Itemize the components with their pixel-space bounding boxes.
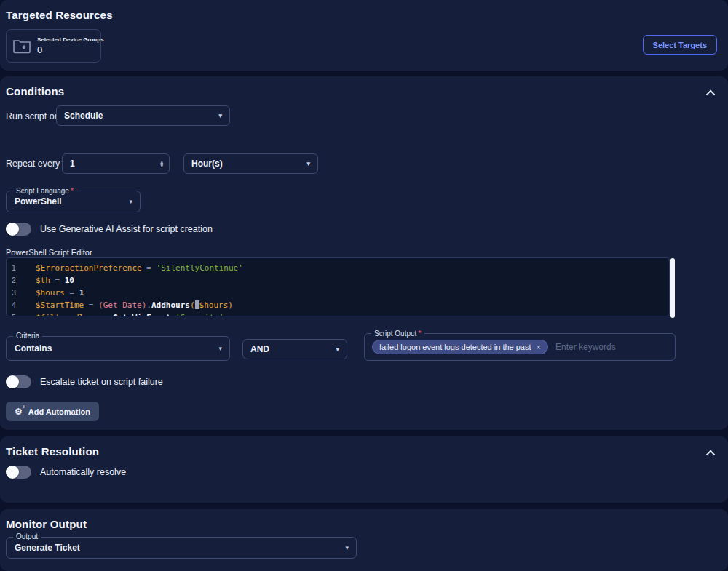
auto-resolve-toggle-row: Automatically resolve [6,466,126,479]
keyword-chip[interactable]: failed logon event logs detected in the … [372,340,548,354]
operator-select[interactable]: AND ▾ [242,339,347,359]
keyword-chip-text: failed logon event logs detected in the … [379,343,531,351]
code-line: 5$filteredlogs = Get-WinEvent 'Security' [7,311,669,316]
select-targets-button[interactable]: Select Targets [643,35,717,55]
code-line: 4$StartTime = (Get-Date).Addhours($hours… [7,299,669,311]
chevron-up-icon [705,89,715,99]
output-select[interactable]: Output Generate Ticket ▾ [6,537,357,559]
gear-plus-icon: ⚙+ [15,407,23,416]
chevron-down-icon: ▾ [129,198,132,205]
ai-assist-toggle[interactable] [6,223,31,236]
repeat-every-input[interactable]: 1 ▴▾ [62,153,170,174]
toggle-knob [6,375,19,388]
repeat-every-value: 1 [70,159,75,169]
chevron-down-icon: ▾ [336,346,339,353]
close-icon[interactable]: × [537,343,541,351]
code-line: 1$ErroractionPreference = 'SilentlyConti… [7,262,669,274]
escalate-toggle-label: Escalate ticket on script failure [40,377,163,387]
ticket-resolution-title: Ticket Resolution [6,445,99,458]
targeted-resources-section: Targeted Resources Selected Device Group… [0,0,728,71]
toggle-knob [6,223,19,236]
auto-resolve-toggle-label: Automatically resolve [40,467,126,477]
repeat-unit-select[interactable]: Hour(s) ▾ [183,153,318,174]
add-automation-button[interactable]: ⚙+ Add Automation [6,402,99,421]
chevron-down-icon: ▾ [345,544,349,551]
script-output-label: Script Output* [371,329,424,338]
conditions-section: Conditions Run script on Schedule ▾ Repe… [0,76,728,430]
keywords-input[interactable]: Enter keywords [555,342,616,352]
script-language-select[interactable]: Script Language* PowerShell ▾ [6,191,141,212]
run-script-on-label: Run script on [6,111,60,121]
toggle-knob [6,466,19,479]
ai-assist-toggle-label: Use Generative AI Assist for script crea… [40,224,213,234]
chevron-down-icon: ▾ [218,112,222,119]
monitor-output-section: Monitor Output Output Generate Ticket ▾ [0,509,728,571]
escalate-toggle-row: Escalate ticket on script failure [6,375,163,388]
repeat-unit-value: Hour(s) [191,159,223,169]
chevron-down-icon: ▾ [306,160,310,167]
code-line: 2$th = 10 [7,274,669,287]
run-script-on-value: Schedule [64,111,103,121]
script-language-value: PowerShell [15,196,62,207]
escalate-toggle[interactable] [6,375,31,388]
operator-value: AND [250,344,269,354]
selected-device-groups-card[interactable]: Selected Device Groups 0 [6,29,101,63]
repeat-every-label: Repeat every* [6,159,65,169]
selected-device-groups-label: Selected Device Groups [37,36,104,43]
criteria-label: Criteria [13,332,42,340]
powershell-script-editor[interactable]: 1$ErroractionPreference = 'SilentlyConti… [6,257,670,316]
add-automation-label: Add Automation [28,407,90,416]
output-label: Output [13,532,41,540]
criteria-value: Contains [15,343,52,354]
output-value: Generate Ticket [15,543,80,553]
run-script-on-select[interactable]: Schedule ▾ [56,105,230,126]
monitor-output-title: Monitor Output [6,518,87,530]
editor-scrollbar[interactable] [670,258,675,318]
code-lines: 1$ErroractionPreference = 'SilentlyConti… [7,262,669,316]
script-editor-label: PowerShell Script Editor [6,248,92,257]
folder-star-icon [12,38,31,54]
chevron-up-icon [705,450,715,459]
code-line: 3$hours = 1 [7,287,669,299]
ai-assist-toggle-row: Use Generative AI Assist for script crea… [6,223,213,236]
targeted-resources-title: Targeted Resources [6,9,113,21]
selected-device-groups-count: 0 [37,44,104,55]
ticket-resolution-section: Ticket Resolution Automatically resolve [0,436,728,503]
chevron-down-icon: ▾ [218,345,222,352]
script-language-label: Script Language* [13,186,76,195]
conditions-collapse-button[interactable] [705,87,718,100]
stepper-icon[interactable]: ▴▾ [160,160,163,167]
auto-resolve-toggle[interactable] [6,466,31,479]
criteria-select[interactable]: Criteria Contains ▾ [6,336,230,361]
conditions-title: Conditions [6,85,64,97]
script-output-field[interactable]: Script Output* failed logon event logs d… [364,333,676,361]
ticket-resolution-collapse-button[interactable] [705,447,718,460]
